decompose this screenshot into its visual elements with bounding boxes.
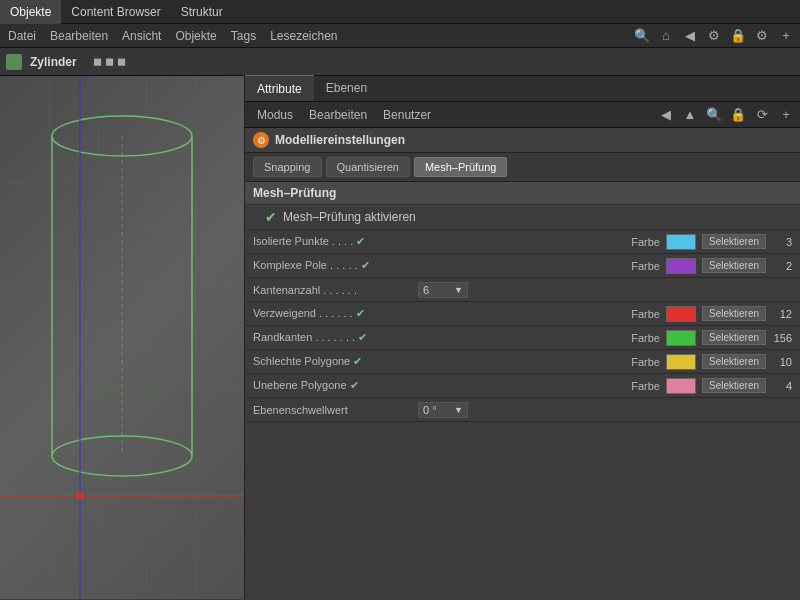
check-header: ✔ Mesh–Prüfung aktivieren [245,205,800,230]
property-rows: Isolierte Punkte . . . . ✔ Farbe Selekti… [245,230,800,422]
prop-right-3: Farbe Selektieren 12 [631,306,792,322]
sub-modus[interactable]: Modus [249,102,301,128]
add-icon[interactable]: + [776,26,796,46]
menu-tags[interactable]: Tags [227,29,260,43]
farbe-label-5: Farbe [631,356,660,368]
plus-icon[interactable]: + [776,105,796,125]
gear-icon[interactable]: ⚙ [752,26,772,46]
prop-label-6: Unebene Polygone ✔ [253,379,418,392]
tab-snapping[interactable]: Snapping [253,157,322,177]
arrow-left-icon[interactable]: ◀ [656,105,676,125]
kantenanzahl-input[interactable]: 6 ▼ [418,282,468,298]
menu-datei[interactable]: Datei [4,29,40,43]
search-icon2[interactable]: 🔍 [704,105,724,125]
sel-btn-6[interactable]: Selektieren [702,378,766,393]
sel-btn-0[interactable]: Selektieren [702,234,766,249]
cylinder-svg [0,76,244,599]
prop-row-randkanten: Randkanten . . . . . . . ✔ Farbe Selekti… [245,326,800,350]
tab-ebenen[interactable]: Ebenen [314,75,379,101]
search-icon[interactable]: 🔍 [632,26,652,46]
prop-row-isolierte: Isolierte Punkte . . . . ✔ Farbe Selekti… [245,230,800,254]
arrow-up-icon[interactable]: ▲ [680,105,700,125]
prop-right-4: Farbe Selektieren 156 [631,330,792,346]
color-swatch-5[interactable] [666,354,696,370]
color-swatch-1[interactable] [666,258,696,274]
settings-icon[interactable]: ⚙ [704,26,724,46]
prop-label-5: Schlechte Polygone ✔ [253,355,418,368]
count-1: 2 [772,260,792,272]
tab-attribute[interactable]: Attribute [245,75,314,101]
farbe-label-4: Farbe [631,332,660,344]
tab-mesh-pruefung[interactable]: Mesh–Prüfung [414,157,508,177]
viewport-canvas [0,76,244,599]
farbe-label-6: Farbe [631,380,660,392]
right-panel: Attribute Ebenen Modus Bearbeiten Benutz… [244,76,800,599]
prop-right-6: Farbe Selektieren 4 [631,378,792,394]
prop-row-verzweigend: Verzweigend . . . . . . ✔ Farbe Selektie… [245,302,800,326]
sel-btn-1[interactable]: Selektieren [702,258,766,273]
path-icon [6,54,22,70]
sel-btn-4[interactable]: Selektieren [702,330,766,345]
tab-objekte[interactable]: Objekte [0,0,61,24]
tab-content-browser[interactable]: Content Browser [61,0,170,24]
menu-lesezeichen[interactable]: Lesezeichen [266,29,341,43]
prop-label-4: Randkanten . . . . . . . ✔ [253,331,418,344]
prop-right-1: Farbe Selektieren 2 [631,258,792,274]
model-gear-icon: ⚙ [253,132,269,148]
sub-bearbeiten[interactable]: Bearbeiten [301,102,375,128]
lock-icon[interactable]: 🔒 [728,26,748,46]
sel-btn-3[interactable]: Selektieren [702,306,766,321]
model-settings-title: Modelliereinstellungen [275,133,405,147]
prop-label-7: Ebenenschwellwert [253,404,418,416]
svg-point-7 [76,492,84,500]
content-area: ⚙ Modelliereinstellungen Snapping Quanti… [245,128,800,599]
count-5: 10 [772,356,792,368]
main-layout: Attribute Ebenen Modus Bearbeiten Benutz… [0,76,800,599]
prop-label-2: Kantenanzahl . . . . . . [253,284,418,296]
top-tab-bar: Objekte Content Browser Struktur [0,0,800,24]
color-swatch-4[interactable] [666,330,696,346]
ebene-value: 0 ° [423,404,437,416]
prop-right-0: Farbe Selektieren 3 [631,234,792,250]
tab-struktur[interactable]: Struktur [171,0,233,24]
color-swatch-0[interactable] [666,234,696,250]
sync-icon[interactable]: ⟳ [752,105,772,125]
ebene-arrow: ▼ [454,405,463,415]
prop-row-ebene: Ebenenschwellwert 0 ° ▼ [245,398,800,422]
prop-label-1: Komplexe Pole . . . . . ✔ [253,259,418,272]
prop-row-schlechte: Schlechte Polygone ✔ Farbe Selektieren 1… [245,350,800,374]
color-swatch-3[interactable] [666,306,696,322]
kantenanzahl-value: 6 [423,284,429,296]
farbe-label-0: Farbe [631,236,660,248]
nav-back-icon[interactable]: ◀ [680,26,700,46]
count-3: 12 [772,308,792,320]
mode-tabs: Snapping Quantisieren Mesh–Prüfung [245,153,800,182]
tab-quantisieren[interactable]: Quantisieren [326,157,410,177]
home-icon[interactable]: ⌂ [656,26,676,46]
sub-toolbar: Modus Bearbeiten Benutzer ◀ ▲ 🔍 🔒 ⟳ + [245,102,800,128]
ebene-input[interactable]: 0 ° ▼ [418,402,468,418]
sub-toolbar-icons: ◀ ▲ 🔍 🔒 ⟳ + [656,105,796,125]
prop-row-komplexe: Komplexe Pole . . . . . ✔ Farbe Selektie… [245,254,800,278]
model-settings-header: ⚙ Modelliereinstellungen [245,128,800,153]
farbe-label-3: Farbe [631,308,660,320]
count-6: 4 [772,380,792,392]
prop-row-kantenanzahl: Kantenanzahl . . . . . . 6 ▼ [245,278,800,302]
section-title: Mesh–Prüfung [245,182,800,205]
check-active-icon: ✔ [265,209,277,225]
color-swatch-6[interactable] [666,378,696,394]
menu-ansicht[interactable]: Ansicht [118,29,165,43]
count-0: 3 [772,236,792,248]
prop-row-unebene: Unebene Polygone ✔ Farbe Selektieren 4 [245,374,800,398]
menu-bearbeiten[interactable]: Bearbeiten [46,29,112,43]
viewport [0,76,244,599]
sub-benutzer[interactable]: Benutzer [375,102,439,128]
prop-label-0: Isolierte Punkte . . . . ✔ [253,235,418,248]
lock-icon2[interactable]: 🔒 [728,105,748,125]
menu-objekte[interactable]: Objekte [171,29,220,43]
kantenanzahl-arrow: ▼ [454,285,463,295]
path-extra: ◼ ◼ ◼ [93,55,126,68]
check-header-label: Mesh–Prüfung aktivieren [283,210,416,224]
sel-btn-5[interactable]: Selektieren [702,354,766,369]
attribute-tabs: Attribute Ebenen [245,76,800,102]
